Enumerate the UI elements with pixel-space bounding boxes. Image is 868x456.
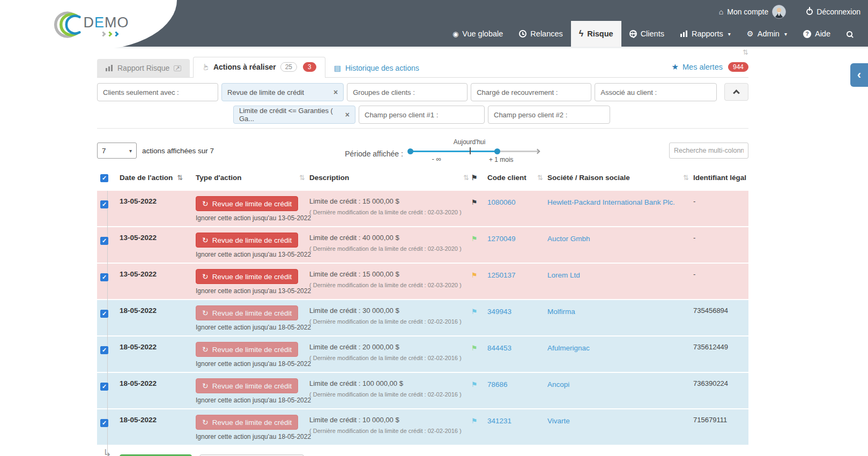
ignore-action-link[interactable]: Ignorer cette action jusqu'au 13-05-2022 <box>196 287 305 295</box>
company-link[interactable]: Auctor Gmbh <box>547 233 590 243</box>
row-checkbox[interactable] <box>100 310 108 318</box>
nav-item-relances[interactable]: Relances <box>511 21 570 47</box>
company-link[interactable]: Afulmerignac <box>547 342 590 352</box>
filter-champ-perso-2[interactable]: Champ perso client #2 : <box>488 106 610 124</box>
ignore-action-link[interactable]: Ignorer cette action jusqu'au 18-05-2022 <box>196 360 305 368</box>
app-logo[interactable]: DEMO <box>48 9 129 42</box>
eye-icon: ◉ <box>452 30 458 38</box>
client-code-link[interactable]: 1250137 <box>487 269 516 279</box>
collapse-filters-button[interactable] <box>724 83 748 101</box>
ignore-action-link[interactable]: Ignorer cette action jusqu'au 13-05-2022 <box>196 214 305 222</box>
sort-icon[interactable]: ⇅ <box>463 174 469 182</box>
close-icon[interactable]: × <box>345 110 350 119</box>
header-type: Type d'action <box>196 174 241 182</box>
client-code-link[interactable]: 1080060 <box>487 196 516 206</box>
legal-id: - <box>693 195 695 205</box>
company-link[interactable]: Molfirma <box>547 305 575 316</box>
sort-icon[interactable]: ⇅ <box>177 174 183 182</box>
nav-item-rapports[interactable]: Rapports ▾ <box>672 21 739 47</box>
tab-actions-a-realiser[interactable]: ☞ Actions à réaliser 25 3 <box>193 57 325 78</box>
company-link[interactable]: Ancopi <box>547 378 569 388</box>
company-link[interactable]: Lorem Ltd <box>547 269 580 279</box>
ignore-action-link[interactable]: Ignorer cette action jusqu'au 18-05-2022 <box>196 433 305 440</box>
action-type-label: Revue de limite de crédit <box>212 418 292 427</box>
gear-icon: ⚙ <box>747 29 754 38</box>
company-link[interactable]: Hewlett-Packard International Bank Plc. <box>547 196 675 206</box>
nav-search-button[interactable] <box>839 21 860 47</box>
account-label: Mon compte <box>727 8 768 16</box>
client-code-link[interactable]: 341231 <box>487 415 511 425</box>
filter-chip-limite-garanties[interactable]: Limite de crédit <= Garanties ( Ga... × <box>233 106 355 124</box>
logout-button[interactable]: Déconnexion <box>806 8 860 16</box>
nav-item-admin[interactable]: ⚙ Admin ▾ <box>739 21 795 47</box>
main-nav: ◉ Vue globale Relances ϟ Risque Clients … <box>444 21 860 47</box>
action-type-button[interactable]: ↻ Revue de limite de crédit <box>196 378 298 393</box>
last-modified-text: ( Dernière modification de la limite de … <box>309 245 469 252</box>
refresh-icon: ↻ <box>202 236 209 244</box>
alerts-label: Mes alertes <box>682 63 723 71</box>
tab-historique-des-actions[interactable]: ▤ Historique des actions <box>325 59 428 77</box>
tab-rapport-risque[interactable]: Rapport Risque ↗ <box>97 59 190 77</box>
company-link[interactable]: Vivarte <box>547 415 570 425</box>
avatar[interactable] <box>772 5 786 19</box>
row-checkbox[interactable] <box>100 273 108 281</box>
multi-column-search-input[interactable] <box>669 143 748 159</box>
nav-item-vue-globale[interactable]: ◉ Vue globale <box>444 21 511 47</box>
action-type-button[interactable]: ↻ Revue de limite de crédit <box>196 269 298 284</box>
flag-icon[interactable]: ⚑ <box>471 196 478 206</box>
flag-icon[interactable]: ⚑ <box>471 342 478 352</box>
sort-icon[interactable]: ⇅ <box>743 48 748 56</box>
table-row: 18-05-2022 ↻ Revue de limite de crédit I… <box>97 409 748 446</box>
sort-icon[interactable]: ⇅ <box>683 174 689 182</box>
sort-icon[interactable]: ⇅ <box>537 174 543 182</box>
nav-item-aide[interactable]: Aide <box>795 21 839 47</box>
select-all-checkbox[interactable] <box>100 174 108 182</box>
row-checkbox[interactable] <box>100 200 108 208</box>
flag-icon[interactable]: ⚑ <box>471 305 478 316</box>
row-checkbox[interactable] <box>100 346 108 354</box>
client-code-link[interactable]: 1270049 <box>487 233 516 243</box>
slider-handle-end[interactable] <box>494 148 500 154</box>
row-checkbox[interactable] <box>100 237 108 245</box>
filter-chip-revue-de-limite[interactable]: Revue de limite de crédit × <box>221 83 344 101</box>
ignore-action-link[interactable]: Ignorer cette action jusqu'au 18-05-2022 <box>196 397 305 404</box>
top-navbar: DEMO ⌂ Mon compte Déconnexion <box>0 0 868 48</box>
flag-icon[interactable]: ⚑ <box>471 233 478 243</box>
ignore-action-link[interactable]: Ignorer cette action jusqu'au 18-05-2022 <box>196 324 305 331</box>
action-type-button[interactable]: ↻ Revue de limite de crédit <box>196 415 298 430</box>
nav-label: Rapports <box>692 29 723 38</box>
mes-alertes-link[interactable]: ★ Mes alertes 944 <box>672 62 748 77</box>
flag-icon[interactable]: ⚑ <box>471 415 478 425</box>
client-code-link[interactable]: 844453 <box>487 342 511 352</box>
action-type-label: Revue de limite de crédit <box>212 236 292 244</box>
action-type-button[interactable]: ↻ Revue de limite de crédit <box>196 305 298 320</box>
filter-clients-seulement-avec[interactable]: Clients seulement avec : <box>97 83 218 101</box>
filter-associe-au-client[interactable]: Associé au client : <box>595 83 717 101</box>
account-menu[interactable]: ⌂ Mon compte <box>719 5 787 19</box>
action-type-button[interactable]: ↻ Revue de limite de crédit <box>196 342 298 357</box>
action-type-label: Revue de limite de crédit <box>212 346 292 354</box>
client-code-link[interactable]: 349943 <box>487 305 511 316</box>
filter-groupes-de-clients[interactable]: Groupes de clients : <box>347 83 468 101</box>
filter-charge-de-recouvrement[interactable]: Chargé de recouvrement : <box>471 83 591 101</box>
page-size-select[interactable]: 7 ▾ <box>97 143 137 159</box>
ignore-action-link[interactable]: Ignorer cette action jusqu'au 13-05-2022 <box>196 251 305 258</box>
filter-champ-perso-1[interactable]: Champ perso client #1 : <box>359 106 485 124</box>
tab-label: Actions à réaliser <box>213 63 276 71</box>
slider-handle-start[interactable] <box>407 148 413 154</box>
action-type-button[interactable]: ↻ Revue de limite de crédit <box>196 196 298 211</box>
row-checkbox[interactable] <box>100 383 108 391</box>
nav-item-risque[interactable]: ϟ Risque <box>571 21 621 47</box>
row-checkbox[interactable] <box>100 419 108 427</box>
nav-label: Clients <box>641 29 664 38</box>
credit-limit-text: Limite de crédit : 20 000,00 $ <box>309 342 469 351</box>
nav-item-clients[interactable]: Clients <box>621 21 672 47</box>
side-panel-toggle[interactable]: ‹ <box>850 63 868 87</box>
sort-icon[interactable]: ⇅ <box>299 174 305 182</box>
credit-limit-text: Limite de crédit : 30 000,00 $ <box>309 305 469 315</box>
close-icon[interactable]: × <box>333 88 338 96</box>
flag-icon[interactable]: ⚑ <box>471 269 478 279</box>
client-code-link[interactable]: 78686 <box>487 378 508 388</box>
flag-icon[interactable]: ⚑ <box>471 378 478 388</box>
action-type-button[interactable]: ↻ Revue de limite de crédit <box>196 233 298 248</box>
